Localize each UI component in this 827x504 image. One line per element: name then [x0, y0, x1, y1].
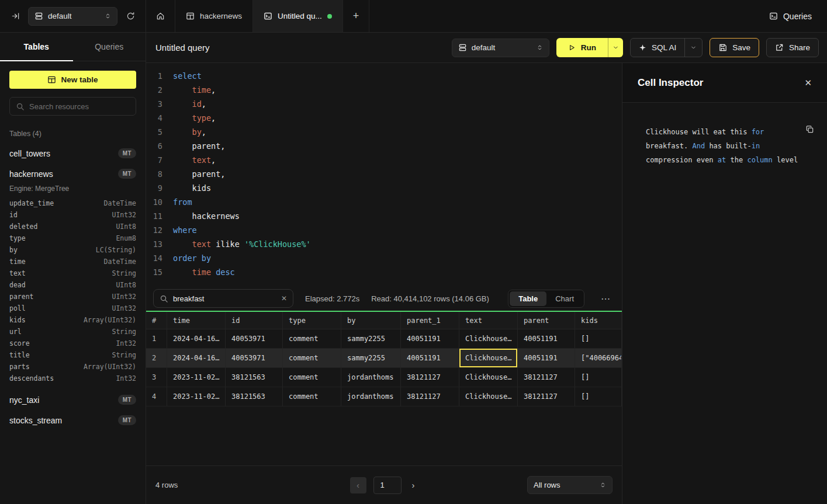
- view-toggle-table[interactable]: Table: [510, 291, 546, 306]
- table-column-row[interactable]: kidsArray(UInt32): [9, 314, 136, 326]
- table-column-row[interactable]: titleString: [9, 349, 136, 361]
- table-column-row[interactable]: partsArray(UInt32): [9, 361, 136, 373]
- view-toggle-chart[interactable]: Chart: [546, 291, 583, 306]
- table-cell[interactable]: Clickhouse…: [459, 368, 518, 387]
- results-more-button[interactable]: ⋯: [596, 293, 615, 304]
- query-database-select[interactable]: default: [452, 39, 549, 57]
- code-line[interactable]: 12where: [146, 223, 622, 237]
- code-line[interactable]: 4 type,: [146, 111, 622, 125]
- table-cell[interactable]: 40051191: [518, 349, 575, 368]
- code-line[interactable]: 11 hackernews: [146, 209, 622, 223]
- table-cell[interactable]: 2024-04-16…: [167, 329, 226, 349]
- table-cell[interactable]: comment: [283, 349, 341, 368]
- table-cell[interactable]: jordanthoms: [341, 387, 401, 406]
- table-cell[interactable]: jordanthoms: [341, 368, 401, 387]
- table-column-row[interactable]: timeDateTime: [9, 256, 136, 267]
- run-button[interactable]: Run: [556, 38, 608, 57]
- table-cell[interactable]: comment: [283, 387, 341, 406]
- column-header[interactable]: parent_1: [401, 312, 459, 329]
- code-line[interactable]: 3 id,: [146, 97, 622, 111]
- table-cell[interactable]: []: [575, 387, 622, 406]
- table-column-row[interactable]: idUInt32: [9, 209, 136, 221]
- tab-home[interactable]: [146, 0, 175, 32]
- column-header[interactable]: text: [459, 312, 518, 329]
- table-cell[interactable]: sammy2255: [341, 329, 401, 349]
- sql-editor[interactable]: 1select2 time,3 id,4 type,5 by,6 parent,…: [146, 63, 622, 286]
- table-column-row[interactable]: pollUInt32: [9, 303, 136, 314]
- tab-untitled-query[interactable]: Untitled qu...: [253, 0, 343, 32]
- table-cell[interactable]: []: [575, 368, 622, 387]
- table-cell[interactable]: 2024-04-16…: [167, 349, 226, 368]
- column-header[interactable]: id: [226, 312, 283, 329]
- table-cell[interactable]: 38121127: [401, 387, 459, 406]
- table-cell[interactable]: 40051191: [518, 329, 575, 349]
- tab-hackernews[interactable]: hackernews: [175, 0, 253, 32]
- code-line[interactable]: 13 text ilike '%ClickHouse%': [146, 237, 622, 251]
- table-cell[interactable]: 38121563: [226, 368, 283, 387]
- table-cell[interactable]: 40053971: [226, 329, 283, 349]
- share-button[interactable]: Share: [766, 38, 819, 57]
- table-cell[interactable]: 3: [146, 368, 167, 387]
- table-cell[interactable]: 38121127: [518, 368, 575, 387]
- sql-ai-button[interactable]: SQL AI: [630, 38, 703, 57]
- refresh-button[interactable]: [122, 8, 139, 25]
- table-cell[interactable]: 38121563: [226, 387, 283, 406]
- table-cell[interactable]: 2023-11-02…: [167, 387, 226, 406]
- resource-search-input[interactable]: [29, 102, 130, 111]
- new-tab-button[interactable]: +: [343, 0, 370, 32]
- previous-page-button[interactable]: ‹: [350, 477, 366, 493]
- table-cell[interactable]: 38121127: [518, 387, 575, 406]
- column-header[interactable]: #: [146, 312, 167, 329]
- code-line[interactable]: 14order by: [146, 251, 622, 265]
- table-cell[interactable]: []: [575, 329, 622, 349]
- next-page-button[interactable]: ›: [409, 480, 418, 490]
- sidebar-table-hackernews[interactable]: hackernews MT: [9, 169, 136, 179]
- code-line[interactable]: 5 by,: [146, 125, 622, 139]
- table-column-row[interactable]: parentUInt32: [9, 291, 136, 303]
- table-column-row[interactable]: urlString: [9, 326, 136, 338]
- page-number-input[interactable]: 1: [373, 477, 402, 494]
- table-cell[interactable]: 40051191: [401, 329, 459, 349]
- table-cell[interactable]: 4: [146, 387, 167, 406]
- new-table-button[interactable]: New table: [9, 71, 136, 89]
- table-cell[interactable]: 2: [146, 349, 167, 368]
- close-inspector-button[interactable]: ✕: [804, 78, 812, 88]
- table-column-row[interactable]: deletedUInt8: [9, 221, 136, 232]
- run-options-button[interactable]: [608, 38, 623, 57]
- table-cell[interactable]: 40053971: [226, 349, 283, 368]
- table-column-row[interactable]: scoreInt32: [9, 338, 136, 349]
- table-cell[interactable]: Clickhouse…: [459, 349, 518, 368]
- column-header[interactable]: type: [283, 312, 341, 329]
- column-header[interactable]: parent: [518, 312, 575, 329]
- code-line[interactable]: 15 time desc: [146, 265, 622, 279]
- column-header[interactable]: by: [341, 312, 401, 329]
- sql-ai-options-button[interactable]: [684, 39, 702, 57]
- code-line[interactable]: 8 parent,: [146, 167, 622, 181]
- column-header[interactable]: kids: [575, 312, 622, 329]
- code-line[interactable]: 6 parent,: [146, 139, 622, 153]
- table-cell[interactable]: 38121127: [401, 368, 459, 387]
- table-row[interactable]: 22024-04-16…40053971commentsammy22554005…: [146, 349, 622, 368]
- sidebar-tab-queries[interactable]: Queries: [73, 33, 146, 61]
- results-search-input[interactable]: [173, 294, 276, 303]
- table-cell[interactable]: comment: [283, 329, 341, 349]
- topbar-database-select[interactable]: default: [28, 7, 117, 26]
- code-line[interactable]: 10from: [146, 195, 622, 209]
- table-row[interactable]: 12024-04-16…40053971commentsammy22554005…: [146, 329, 622, 349]
- table-cell[interactable]: sammy2255: [341, 349, 401, 368]
- clear-search-button[interactable]: ✕: [281, 294, 287, 303]
- table-column-row[interactable]: byLC(String): [9, 244, 136, 256]
- collapse-sidebar-button[interactable]: [7, 8, 23, 25]
- code-line[interactable]: 1select: [146, 69, 622, 83]
- save-button[interactable]: Save: [710, 38, 759, 57]
- table-cell[interactable]: 2023-11-02…: [167, 368, 226, 387]
- table-column-row[interactable]: update_timeDateTime: [9, 197, 136, 209]
- table-column-row[interactable]: descendantsInt32: [9, 373, 136, 384]
- sidebar-table-nyc-taxi[interactable]: nyc_taxi MT: [9, 395, 136, 405]
- sidebar-table-cell-towers[interactable]: cell_towers MT: [9, 148, 136, 158]
- rows-per-page-select[interactable]: All rows: [527, 476, 613, 494]
- code-line[interactable]: 9 kids: [146, 181, 622, 195]
- table-column-row[interactable]: textString: [9, 267, 136, 279]
- copy-cell-button[interactable]: [805, 125, 814, 135]
- table-column-row[interactable]: typeEnum8: [9, 232, 136, 244]
